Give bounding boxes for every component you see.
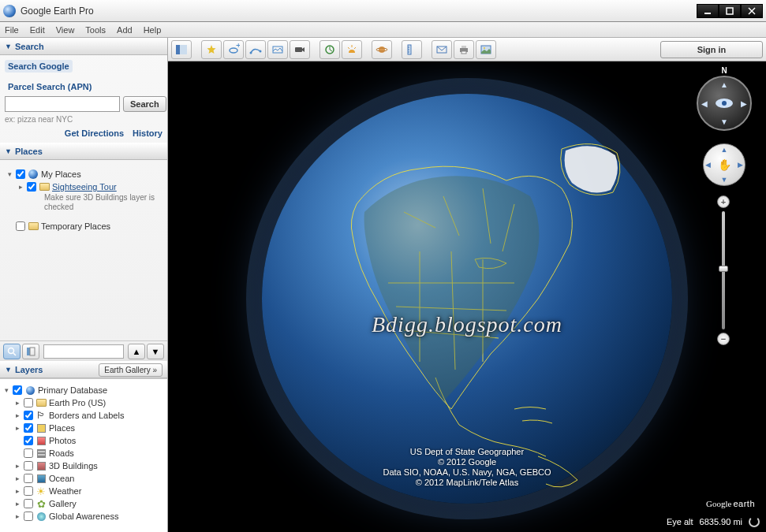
opacity-slider[interactable] [43, 344, 124, 359]
eye-alt-label: Eye alt [667, 517, 693, 526]
save-image-button[interactable] [476, 40, 496, 59]
layer-row[interactable]: ▸Places [3, 422, 164, 434]
move-down-icon[interactable]: ▼ [721, 176, 728, 184]
move-left-icon[interactable]: ◀ [705, 161, 711, 169]
zoom-out-button[interactable]: − [717, 333, 730, 345]
layer-row[interactable]: ▸Global Awareness [3, 510, 164, 523]
expand-icon[interactable]: ▸ [14, 474, 21, 482]
globe[interactable] [262, 94, 672, 504]
search-input[interactable] [5, 96, 120, 112]
layer-row[interactable]: ▸✿Gallery [3, 497, 164, 510]
expand-icon[interactable]: ▾ [3, 386, 10, 394]
ruler-button[interactable] [402, 40, 422, 59]
expand-icon[interactable]: ▾ [6, 170, 13, 178]
my-places-checkbox[interactable] [16, 169, 25, 179]
polygon-button[interactable]: + [223, 40, 244, 59]
maximize-button[interactable] [719, 4, 741, 18]
zoom-in-button[interactable]: + [717, 195, 730, 208]
zoom-track[interactable] [722, 211, 725, 329]
layer-checkbox[interactable] [24, 499, 33, 508]
svg-point-31 [484, 47, 485, 49]
path-button[interactable] [245, 40, 266, 59]
zoom-slider[interactable]: + − [717, 195, 730, 345]
move-up-icon[interactable]: ▲ [721, 146, 728, 154]
sightseeing-label[interactable]: Sightseeing Tour [52, 182, 117, 192]
layer-row[interactable]: Roads [3, 447, 164, 459]
layer-row[interactable]: ▸Ocean [3, 472, 164, 485]
move-down-button[interactable]: ▼ [147, 344, 164, 359]
layer-row[interactable]: ▸Earth Pro (US) [3, 396, 164, 409]
historical-imagery-button[interactable] [319, 40, 340, 59]
layer-checkbox[interactable] [24, 436, 33, 445]
sightseeing-checkbox[interactable] [27, 182, 36, 192]
sign-in-button[interactable]: Sign in [660, 41, 763, 58]
layer-row[interactable]: ▸3D Buildings [3, 459, 164, 472]
menu-add[interactable]: Add [117, 25, 133, 35]
menu-help[interactable]: Help [144, 25, 162, 35]
layer-checkbox[interactable] [24, 461, 33, 471]
menu-tools[interactable]: Tools [85, 25, 106, 35]
expand-icon[interactable]: ▸ [14, 462, 21, 470]
layer-checkbox[interactable] [24, 423, 33, 433]
record-tour-button[interactable] [290, 40, 310, 59]
places-temporary[interactable]: Temporary Places [6, 220, 161, 233]
hand-icon[interactable]: ✋ [718, 158, 731, 171]
places-sightseeing[interactable]: ▸ Sightseeing Tour [6, 180, 161, 193]
places-search-button[interactable] [3, 344, 21, 359]
menu-file[interactable]: File [5, 25, 19, 35]
planets-button[interactable] [372, 40, 392, 59]
expand-icon[interactable]: ▸ [14, 512, 21, 520]
history-link[interactable]: History [133, 128, 163, 138]
close-button[interactable] [741, 4, 763, 18]
move-control[interactable]: ▲ ▼ ◀ ▶ ✋ [703, 143, 745, 186]
look-control[interactable]: N ▲ ▼ ◀ ▶ [697, 76, 752, 131]
menu-edit[interactable]: Edit [30, 25, 45, 35]
places-panel-button[interactable] [22, 344, 39, 359]
layer-row[interactable]: ▸☀Weather [3, 485, 164, 497]
layer-checkbox[interactable] [24, 398, 33, 407]
expand-icon[interactable]: ▸ [14, 500, 21, 508]
expand-icon[interactable]: ▸ [17, 183, 24, 191]
temporary-checkbox[interactable] [16, 221, 25, 231]
move-up-button[interactable]: ▲ [128, 344, 145, 359]
eye-icon[interactable] [716, 99, 733, 108]
layer-row[interactable]: ▸🏳Borders and Labels [3, 409, 164, 422]
earth-gallery-button[interactable]: Earth Gallery » [99, 363, 163, 377]
layer-row[interactable]: ▾Primary Database [3, 384, 164, 396]
expand-icon[interactable]: ▸ [14, 411, 21, 419]
layer-row[interactable]: Photos [3, 434, 164, 447]
look-up-icon[interactable]: ▲ [720, 80, 728, 89]
layer-checkbox[interactable] [24, 474, 33, 483]
zoom-thumb[interactable] [719, 266, 728, 272]
search-panel-header[interactable]: ▼ Search [0, 38, 167, 55]
places-my-places[interactable]: ▾ My Places [6, 168, 161, 180]
placemark-button[interactable] [201, 40, 222, 59]
expand-icon[interactable]: ▸ [14, 487, 21, 495]
sunlight-button[interactable] [342, 40, 362, 59]
layer-checkbox[interactable] [24, 512, 33, 521]
layer-checkbox[interactable] [24, 486, 33, 496]
image-overlay-button[interactable] [267, 40, 288, 59]
layer-checkbox[interactable] [24, 448, 33, 458]
layer-checkbox[interactable] [13, 385, 22, 395]
look-left-icon[interactable]: ◀ [701, 99, 708, 108]
toggle-sidebar-button[interactable] [171, 40, 192, 59]
search-button[interactable]: Search [123, 96, 166, 112]
get-directions-link[interactable]: Get Directions [65, 128, 124, 138]
expand-icon[interactable]: ▸ [14, 399, 21, 407]
print-button[interactable] [454, 40, 474, 59]
map-view[interactable]: Bdigg.blogspot.com US Dept of State Geog… [168, 61, 766, 532]
minimize-button[interactable] [697, 4, 719, 18]
layer-checkbox[interactable] [24, 411, 33, 420]
look-right-icon[interactable]: ▶ [741, 99, 747, 108]
search-tab-google[interactable]: Search Google [5, 60, 73, 73]
layers-panel: ▾Primary Database▸Earth Pro (US)▸🏳Border… [0, 378, 167, 532]
expand-icon[interactable]: ▸ [14, 424, 21, 432]
places-panel-header[interactable]: ▼ Places [0, 143, 167, 160]
layers-panel-header[interactable]: ▼ Layers Earth Gallery » [0, 361, 167, 378]
move-right-icon[interactable]: ▶ [738, 161, 743, 169]
menu-view[interactable]: View [56, 25, 75, 35]
look-down-icon[interactable]: ▼ [720, 117, 728, 126]
email-button[interactable] [432, 40, 452, 59]
search-tab-parcel[interactable]: Parcel Search (APN) [5, 80, 95, 93]
